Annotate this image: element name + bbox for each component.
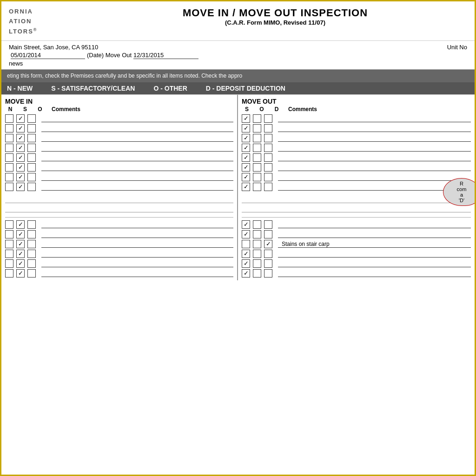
move-out-cols: S O D (242, 106, 282, 112)
checkbox-o[interactable] (253, 163, 261, 172)
checkbox-n[interactable] (5, 163, 13, 172)
checkbox-o[interactable] (27, 259, 36, 268)
move-out-rows-group1: ✓ ✓ (242, 114, 471, 191)
checkbox-s[interactable]: ✓ (16, 259, 25, 268)
checkbox-s[interactable]: ✓ (242, 183, 250, 191)
checkbox-o[interactable] (27, 250, 36, 258)
checkbox-n[interactable] (5, 144, 13, 152)
instructions-banner: eting this form, check the Premises care… (1, 70, 475, 82)
checkbox-s[interactable]: ✓ (242, 134, 250, 142)
checkbox-o[interactable] (27, 163, 36, 172)
checkbox-d[interactable] (264, 173, 272, 181)
checkbox-d[interactable] (264, 220, 272, 229)
checkbox-s[interactable]: ✓ (16, 230, 25, 238)
checkbox-group: ✓ (5, 220, 36, 229)
checkbox-s[interactable]: ✓ (16, 144, 25, 152)
checkbox-o[interactable] (27, 269, 36, 278)
checkbox-o[interactable] (27, 230, 36, 238)
checkbox-d[interactable] (264, 144, 272, 152)
checkbox-o[interactable] (27, 114, 36, 123)
checkbox-d[interactable] (264, 269, 272, 278)
checkbox-s[interactable]: ✓ (16, 220, 25, 229)
checkbox-s[interactable]: ✓ (242, 114, 250, 123)
checkbox-o[interactable] (253, 269, 261, 278)
checkbox-o[interactable] (253, 114, 261, 123)
checkbox-s[interactable]: ✓ (16, 173, 25, 181)
checkbox-s[interactable]: ✓ (16, 240, 25, 248)
checkbox-n[interactable] (5, 183, 13, 191)
comment-line (278, 231, 471, 238)
checkbox-o[interactable] (253, 230, 261, 238)
comment-line (41, 144, 233, 152)
checkbox-d[interactable] (264, 230, 272, 238)
checkbox-d[interactable] (264, 259, 272, 268)
checkbox-o[interactable] (253, 220, 261, 229)
checkbox-n[interactable] (5, 173, 13, 181)
checkbox-n[interactable] (5, 153, 13, 162)
checkbox-s[interactable] (242, 240, 250, 248)
checkbox-n[interactable] (5, 259, 13, 268)
checkbox-o[interactable] (253, 250, 261, 258)
move-out-date: 12/31/2015 (133, 52, 198, 59)
checkbox-s[interactable]: ✓ (242, 230, 250, 238)
checkbox-o[interactable] (27, 240, 36, 248)
checkbox-s[interactable]: ✓ (16, 269, 25, 278)
checkbox-s[interactable]: ✓ (16, 124, 25, 132)
checkbox-s[interactable]: ✓ (16, 250, 25, 258)
checkbox-o[interactable] (253, 240, 261, 248)
checkbox-o[interactable] (27, 124, 36, 132)
checkbox-o[interactable] (253, 124, 261, 132)
checkbox-s[interactable]: ✓ (16, 134, 25, 142)
checkbox-n[interactable] (5, 134, 13, 142)
checkbox-s[interactable]: ✓ (242, 153, 250, 162)
table-row: ✓ (5, 144, 233, 152)
checkbox-d[interactable] (264, 134, 272, 142)
checkbox-d[interactable] (264, 124, 272, 132)
checkbox-o[interactable] (253, 134, 261, 142)
comment-line (41, 231, 233, 238)
legend-item-n: N - NEW (7, 85, 33, 92)
checkbox-d[interactable] (264, 114, 272, 123)
checkbox-s[interactable]: ✓ (16, 114, 25, 123)
checkbox-s[interactable]: ✓ (242, 163, 250, 172)
table-row: ✓ (5, 124, 233, 132)
checkbox-d[interactable] (264, 250, 272, 258)
checkbox-d[interactable] (264, 153, 272, 162)
checkbox-o[interactable] (253, 183, 261, 191)
checkbox-s[interactable]: ✓ (242, 124, 250, 132)
checkbox-s[interactable]: ✓ (16, 183, 25, 191)
checkbox-s[interactable]: ✓ (16, 153, 25, 162)
checkbox-o[interactable] (27, 153, 36, 162)
checkbox-o[interactable] (27, 220, 36, 229)
table-row: ✓ (242, 114, 471, 123)
checkbox-n[interactable] (5, 124, 13, 132)
checkbox-s[interactable]: ✓ (16, 163, 25, 172)
checkbox-n[interactable] (5, 269, 13, 278)
checkbox-o[interactable] (27, 144, 36, 152)
checkbox-o[interactable] (253, 144, 261, 152)
checkbox-o[interactable] (27, 134, 36, 142)
checkbox-s[interactable]: ✓ (242, 259, 250, 268)
checkbox-s[interactable]: ✓ (242, 144, 250, 152)
checkbox-o[interactable] (253, 153, 261, 162)
section-divider (5, 217, 233, 218)
checkbox-n[interactable] (5, 220, 13, 229)
checkbox-o[interactable] (253, 173, 261, 181)
checkbox-o[interactable] (27, 183, 36, 191)
checkbox-n[interactable] (5, 240, 13, 248)
checkbox-d[interactable]: ✓ (264, 240, 272, 248)
checkbox-s[interactable]: ✓ (242, 173, 250, 181)
checkbox-s[interactable]: ✓ (242, 220, 250, 229)
checkbox-o[interactable] (27, 173, 36, 181)
checkbox-group: ✓ (5, 134, 36, 142)
checkbox-n[interactable] (5, 250, 13, 258)
checkbox-d[interactable] (264, 163, 272, 172)
checkbox-o[interactable] (253, 259, 261, 268)
comment-line (41, 134, 233, 142)
checkbox-s[interactable]: ✓ (242, 250, 250, 258)
checkbox-n[interactable] (5, 114, 13, 123)
checkbox-s[interactable]: ✓ (242, 269, 250, 278)
checkbox-n[interactable] (5, 230, 13, 238)
logo-area: ORNIA ATION LTORS® (9, 7, 83, 37)
checkbox-d[interactable] (264, 183, 272, 191)
